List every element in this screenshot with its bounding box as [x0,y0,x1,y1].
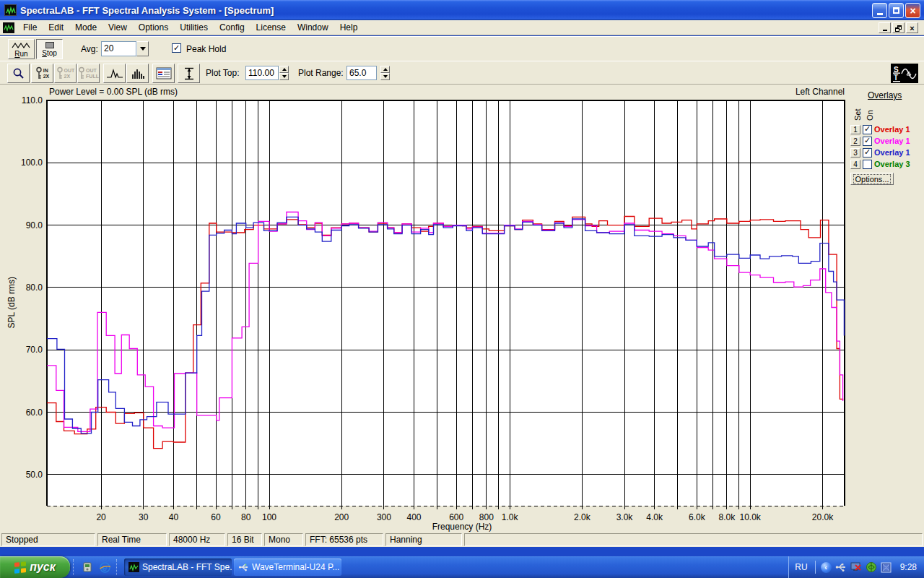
spin-down-icon[interactable] [279,73,289,80]
overlay-label-3: Overlay 1 [874,148,910,157]
spectralab-task-icon [128,562,139,572]
mdi-restore-button[interactable] [892,22,905,33]
avg-combobox-dropdown-button[interactable] [136,41,149,56]
sound-technology-logo: S T [891,64,918,83]
overlay-on-checkbox-4[interactable] [863,160,872,169]
status-field-mono: Mono [264,533,303,546]
peak-hold-checkbox[interactable]: ✓ [172,43,181,53]
plot-range-spinner[interactable] [380,66,390,80]
spin-down-icon[interactable] [380,73,390,80]
menu-view[interactable]: View [103,21,133,34]
peak-hold-label: Peak Hold [186,44,226,54]
transport-toolbar: Run Stop Avg: 20 ✓ Peak Hold [0,36,924,61]
magnifier-icon [12,67,25,80]
status-field-hanning: Hanning [385,533,462,546]
app-status-icon[interactable] [881,561,892,573]
overlay-row-3: 3✓Overlay 1 [850,147,910,158]
stop-button[interactable]: Stop [36,39,63,59]
line-plot-mode-button[interactable] [103,64,126,83]
overlay-set-button-3[interactable]: 3 [850,148,860,158]
maximize-button[interactable] [889,3,904,18]
overlay-set-button-2[interactable]: 2 [850,137,860,146]
language-indicator[interactable]: RU [795,562,807,572]
quick-launch-separator [73,559,76,575]
menu-license[interactable]: License [250,21,292,34]
checkmark-icon: ✓ [864,137,871,144]
vertical-range-icon [183,66,196,81]
overlays-on-label: On [866,110,874,121]
plot-range-input[interactable]: 65.0 [346,66,377,80]
svg-text:10.0k: 10.0k [740,512,762,522]
menu-config[interactable]: Config [214,21,250,34]
minimize-icon [877,13,883,15]
spin-up-icon[interactable] [380,66,390,73]
svg-text:SPL (dB rms): SPL (dB rms) [6,277,17,329]
spin-up-icon[interactable] [279,66,289,73]
zoom-out-2x-button[interactable]: OUT2X [54,64,77,83]
minimize-button[interactable] [872,3,887,18]
plot-toolbar: IN2X OUT2X OUTFULL [0,61,924,85]
plot-top-input[interactable]: 110.00 [245,66,279,80]
svg-text:600: 600 [449,512,463,522]
mdi-child-icon [3,22,14,33]
menu-file[interactable]: File [17,21,43,34]
desktop: SpectraLAB - FFT Spectral Analysis Syste… [0,0,924,578]
mdi-close-button[interactable]: × [906,22,918,33]
svg-text:2.0k: 2.0k [574,512,591,522]
overlay-options-button[interactable]: Options... [850,173,894,185]
svg-text:Frequency (Hz): Frequency (Hz) [432,522,492,532]
taskbar-task-1[interactable]: SpectraLAB - FFT Spe... [124,558,232,576]
plot-top-label: Plot Top: [206,68,239,78]
avg-combobox-value[interactable]: 20 [101,41,136,56]
autoscale-button[interactable] [178,64,200,83]
spectrum-view: Power Level = 0.00 SPL (dB rms) Left Cha… [0,85,924,532]
peak-curve-icon [106,68,123,79]
internet-explorer-icon[interactable]: e [98,561,111,574]
spectralab-window: SpectraLAB - FFT Spectral Analysis Syste… [0,0,924,556]
plot-top-spinner[interactable] [279,66,289,80]
antivirus-icon[interactable] [866,561,877,573]
task-label: SpectraLAB - FFT Spe... [142,562,232,572]
svg-text:60.0: 60.0 [26,407,43,418]
svg-text:40: 40 [169,512,179,522]
svg-text:20: 20 [96,512,106,522]
display-disconnected-icon[interactable] [850,561,862,573]
bar-plot-mode-button[interactable] [126,64,149,83]
svg-text:60: 60 [211,512,221,522]
start-button[interactable]: пуск [0,556,70,578]
overlay-on-checkbox-2[interactable]: ✓ [863,137,872,146]
svg-text:3.0k: 3.0k [616,512,634,522]
hide-icons-chevron[interactable]: ‹ [821,562,832,573]
mdi-minimize-button[interactable] [879,22,891,33]
windows-logo-icon [14,561,26,574]
taskbar-task-2[interactable]: WaveTerminal-U24 P... [234,558,341,576]
overlay-on-checkbox-3[interactable]: ✓ [863,148,872,158]
svg-text:110.0: 110.0 [22,95,43,105]
zoom-tool-button[interactable] [7,64,30,83]
run-button[interactable]: Run [8,39,35,59]
key-icon [35,66,43,81]
maximize-icon [893,7,899,14]
waveterminal-task-icon [238,562,249,572]
zoom-in-2x-button[interactable]: IN2X [31,64,53,83]
zoom-out-full-button[interactable]: OUTFULL [77,64,100,83]
key-icon [56,66,64,81]
overlay-on-checkbox-1[interactable]: ✓ [863,125,872,134]
usb-device-icon[interactable] [835,561,847,573]
taskbar: пуск e SpectraLAB - FFT Spe...WaveTermin… [0,556,924,578]
quick-launch-app-icon[interactable] [81,561,94,574]
overlay-set-button-4[interactable]: 4 [850,160,860,169]
overlay-label-2: Overlay 1 [874,137,910,145]
mdi-minimize-icon [883,30,887,31]
close-button[interactable]: × [905,3,920,18]
menu-options[interactable]: Options [133,21,174,34]
clock: 9:28 [900,562,917,572]
menu-edit[interactable]: Edit [43,21,69,34]
menu-mode[interactable]: Mode [69,21,103,34]
overlay-set-button-1[interactable]: 1 [850,125,860,134]
overlay-row-4: 4Overlay 3 [850,158,910,170]
menu-help[interactable]: Help [334,21,364,34]
display-settings-button[interactable] [152,64,175,83]
menu-utilities[interactable]: Utilities [174,21,214,34]
menu-window[interactable]: Window [292,21,334,34]
